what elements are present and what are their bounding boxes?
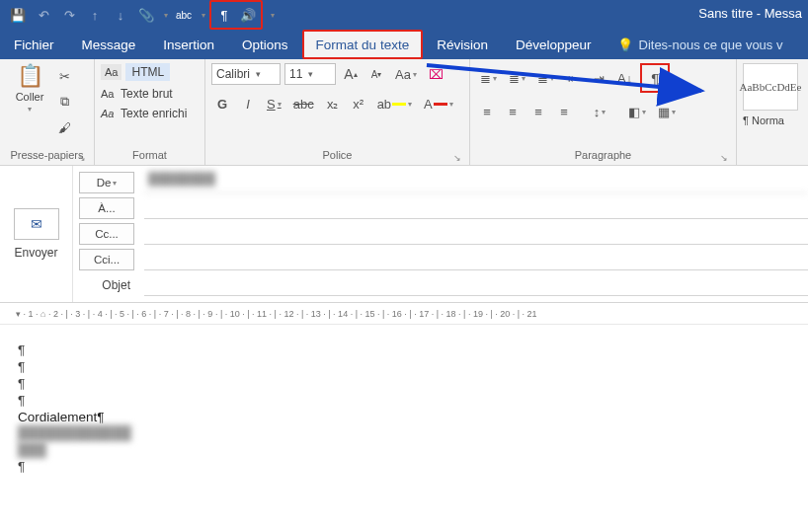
italic-button[interactable]: I [237,93,259,114]
quick-access-toolbar: 💾 ↶ ↷ ↑ ↓ 📎 abc ¶ 🔊 [0,0,279,30]
from-button[interactable]: De [79,172,134,193]
prev-item-icon[interactable]: ↑ [83,3,107,27]
spelling-icon[interactable]: abc [172,3,196,27]
highlight-pilcrow-ribbon: ¶ [640,63,670,93]
bullets-button[interactable]: ≣ [476,67,501,89]
horizontal-ruler[interactable]: ▾ · 1 · ⌂ · 2 · | · 3 · | · 4 · | · 5 · … [0,303,808,325]
justify-button[interactable]: ≡ [553,101,575,122]
read-aloud-icon[interactable]: 🔊 [236,3,260,27]
ribbon: 📋 Coller ▾ ✂ ⧉ 🖌 Presse-papiers ↘ Aa HTM… [0,59,808,166]
copy-button[interactable]: ⧉ [53,91,75,113]
group-format-label: Format [101,145,199,165]
font-name-combo[interactable]: Calibri▾ [211,63,281,85]
paragraph-mark: ¶ [18,459,790,476]
paste-button[interactable]: 📋 Coller ▾ [6,63,53,114]
spelling-dropdown[interactable] [198,3,207,27]
line-spacing-button[interactable]: ↕ [589,101,610,122]
subscript-button[interactable]: x₂ [322,93,344,114]
send-label: Envoyer [14,246,57,260]
group-font: Calibri▾ 11▾ A▴ A▾ Aa ⌧ G I S abc x₂ [205,59,470,165]
decrease-indent-button[interactable]: ⇤ [562,67,584,89]
cut-button[interactable]: ✂ [53,65,75,87]
save-icon[interactable]: 💾 [6,3,30,27]
redacted-signature-line: ███ [18,442,790,459]
attach-icon[interactable]: 📎 [134,3,158,27]
tell-me[interactable]: 💡 Dites-nous ce que vous v [606,30,783,59]
align-right-button[interactable]: ≡ [527,101,549,122]
paragraph-mark: ¶ [18,393,790,410]
bcc-button[interactable]: Cci... [79,249,134,270]
group-clipboard-label: Presse-papiers ↘ [6,145,88,165]
tab-insertion[interactable]: Insertion [149,30,228,59]
tab-message[interactable]: Message [68,30,150,59]
from-value: ████████ [144,172,808,193]
font-dialog-launcher-icon[interactable]: ↘ [453,153,461,163]
strikethrough-button[interactable]: abc [289,93,318,114]
subject-input[interactable] [144,274,808,296]
clipboard-dialog-launcher-icon[interactable]: ↘ [78,153,86,163]
to-input[interactable] [144,197,808,219]
tab-revision[interactable]: Révision [423,30,502,59]
bold-button[interactable]: G [211,93,233,114]
grow-font-button[interactable]: A▴ [340,63,362,85]
to-button[interactable]: À... [79,197,134,219]
show-marks-icon[interactable]: ¶ [212,3,236,27]
align-left-button[interactable]: ≡ [476,101,498,122]
group-styles-label [743,145,800,165]
titlebar: 💾 ↶ ↷ ↑ ↓ 📎 abc ¶ 🔊 Sans titre - Messa [0,0,808,30]
qat-customize-dropdown[interactable] [265,3,279,27]
redo-icon[interactable]: ↷ [57,3,81,27]
increase-indent-button[interactable]: ⇥ [588,67,609,89]
highlight-qat-pilcrow-group: ¶ 🔊 [209,0,263,30]
lightbulb-icon: 💡 [617,38,633,52]
change-case-button[interactable]: Aa [391,63,421,85]
superscript-button[interactable]: x² [348,93,369,114]
redacted-signature-line: ████████████ [18,425,790,442]
group-font-label: Police ↘ [211,145,463,165]
paste-dropdown-icon[interactable]: ▾ [28,105,32,114]
send-button[interactable]: ✉ [14,208,59,240]
cc-button[interactable]: Cc... [79,223,134,245]
format-painter-button[interactable]: 🖌 [53,116,75,138]
paragraph-dialog-launcher-icon[interactable]: ↘ [720,153,728,163]
tab-options[interactable]: Options [228,30,302,59]
align-center-button[interactable]: ≡ [502,101,524,122]
style-preview-normal[interactable]: AaBbCcDdEe [743,63,798,111]
paragraph-mark: ¶ [18,376,790,393]
group-styles: AaBbCcDdEe ¶ Norma [737,59,806,165]
group-clipboard: 📋 Coller ▾ ✂ ⧉ 🖌 Presse-papiers ↘ [0,59,95,165]
tab-format-du-texte[interactable]: Format du texte [302,30,424,59]
clipboard-icon: 📋 [17,63,43,89]
subject-label: Objet [79,278,134,292]
paste-label: Coller [16,91,44,103]
font-color-button[interactable]: A [420,93,457,114]
bcc-input[interactable] [144,249,808,270]
show-hide-marks-button[interactable]: ¶ [644,67,666,89]
paragraph-mark: ¶ [18,342,790,359]
aa-rich-icon: Aa [101,108,117,119]
aa-plain-icon: Aa [101,88,117,100]
highlight-color-button[interactable]: ab [373,93,416,114]
next-item-icon[interactable]: ↓ [109,3,132,27]
multilevel-list-button[interactable]: ≣ [533,67,558,89]
numbering-button[interactable]: ≣ [505,67,529,89]
attach-dropdown[interactable] [160,3,170,27]
style-normal-label: ¶ Norma [743,114,784,126]
undo-icon[interactable]: ↶ [32,3,55,27]
tab-developpeur[interactable]: Développeur [502,30,606,59]
sort-button[interactable]: A↓ [613,67,636,89]
plaintext-format-button[interactable]: Texte brut [121,87,173,101]
shrink-font-button[interactable]: A▾ [365,63,387,85]
underline-button[interactable]: S [263,93,285,114]
compose-header: ✉ Envoyer De ████████ À... Cc... Cci... … [0,166,808,303]
shading-button[interactable]: ◧ [624,101,650,122]
borders-button[interactable]: ▦ [654,101,680,122]
cc-input[interactable] [144,223,808,245]
html-format-button[interactable]: HTML [125,63,170,81]
richtext-format-button[interactable]: Texte enrichi [121,107,187,120]
tab-fichier[interactable]: Fichier [0,30,68,59]
message-body[interactable]: ¶ ¶ ¶ ¶ Cordialement¶ ████████████ ███ ¶ [0,325,808,494]
group-paragraph: ≣ ≣ ≣ ⇤ ⇥ A↓ ¶ ≡ ≡ ≡ ≡ ↕ [470,59,737,165]
clear-formatting-button[interactable]: ⌧ [425,63,447,85]
font-size-combo[interactable]: 11▾ [284,63,336,85]
